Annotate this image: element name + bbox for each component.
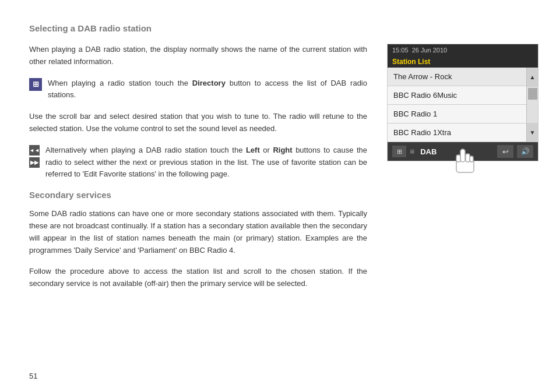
- scroll-down-button[interactable]: ▼: [526, 123, 538, 142]
- radio-header: 15:05 26 Jun 2010: [388, 44, 538, 56]
- radio-footer: ⊞ ≡ DAB ↩ 🔊: [388, 142, 538, 161]
- secondary-para1: Some DAB radio stations can have one or …: [29, 208, 367, 256]
- section-heading-dab: Selecting a DAB radio station: [29, 23, 367, 33]
- right-bold: Right: [273, 146, 292, 154]
- scroll-bar[interactable]: [526, 87, 538, 123]
- rewind-icon: ◄◄: [29, 145, 40, 156]
- svg-rect-0: [456, 160, 474, 172]
- station-list[interactable]: The Arrow - Rock BBC Radio 6Music BBC Ra…: [388, 68, 526, 142]
- note-left-right: ◄◄ ▶▶ Alternatively when playing a DAB r…: [29, 144, 367, 181]
- stations-wrapper: The Arrow - Rock BBC Radio 6Music BBC Ra…: [388, 68, 538, 142]
- left-bold: Left: [246, 146, 260, 154]
- footer-menu-icon-label: ≡: [410, 147, 414, 156]
- scroll-up-button[interactable]: ▲: [526, 68, 538, 87]
- radio-device-panel: 15:05 26 Jun 2010 Station List The Arrow…: [387, 44, 539, 161]
- intro-paragraph: When playing a DAB radio station, the di…: [29, 44, 367, 68]
- radio-time: 15:05 26 Jun 2010: [392, 47, 447, 54]
- footer-dab-label: DAB: [420, 147, 494, 156]
- page-number: 51: [29, 372, 37, 380]
- footer-grid-icon[interactable]: ⊞: [392, 146, 406, 157]
- directory-icon: ⊞: [29, 78, 42, 91]
- note-left-right-text: Alternatively when playing a DAB radio s…: [45, 144, 367, 181]
- directory-bold: Directory: [192, 79, 226, 87]
- note-directory-text: When playing a radio station touch the D…: [48, 77, 367, 102]
- secondary-para2: Follow the procedure above to access the…: [29, 266, 367, 290]
- fastforward-icon: ▶▶: [29, 157, 40, 168]
- station-list-label: Station List: [388, 56, 538, 68]
- scroll-thumb[interactable]: [528, 88, 537, 100]
- footer-volume-button[interactable]: 🔊: [517, 145, 533, 158]
- station-item-0[interactable]: The Arrow - Rock: [388, 68, 526, 86]
- left-right-icons: ◄◄ ▶▶: [29, 145, 40, 168]
- section-heading-secondary: Secondary services: [29, 190, 367, 200]
- station-item-2[interactable]: BBC Radio 1: [388, 105, 526, 123]
- station-item-3[interactable]: BBC Radio 1Xtra: [388, 123, 526, 142]
- scroll-paragraph: Use the scroll bar and select desired st…: [29, 111, 367, 135]
- note-directory: ⊞ When playing a radio station touch the…: [29, 77, 367, 102]
- station-item-1[interactable]: BBC Radio 6Music: [388, 86, 526, 105]
- footer-back-button[interactable]: ↩: [497, 145, 513, 158]
